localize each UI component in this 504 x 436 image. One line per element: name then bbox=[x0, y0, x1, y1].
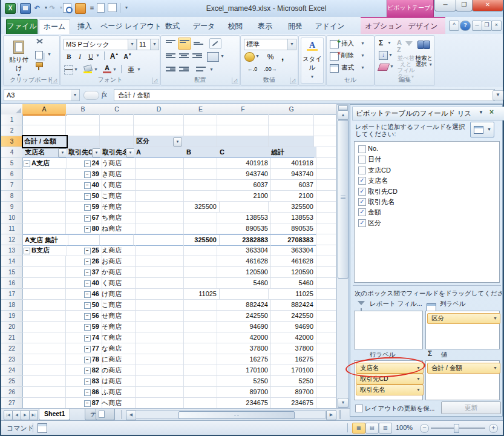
vertical-scrollbar[interactable]: ▲ ▼ bbox=[336, 104, 349, 408]
cell-D25[interactable] bbox=[134, 376, 184, 387]
close-button[interactable]: ✕ bbox=[472, 0, 503, 12]
field-checkbox-日付[interactable] bbox=[358, 156, 366, 164]
cell-F25[interactable]: 5250 bbox=[217, 376, 271, 387]
new-document-icon[interactable] bbox=[97, 3, 105, 13]
cell-A6[interactable] bbox=[22, 169, 66, 180]
minimize-button[interactable]: ─ bbox=[434, 0, 456, 12]
cell-F16[interactable]: 5460 bbox=[217, 278, 271, 289]
row-header-11[interactable]: 11 bbox=[1, 223, 23, 234]
cell-C13[interactable]: え商店 bbox=[100, 245, 136, 256]
percent-icon[interactable]: % bbox=[265, 52, 276, 62]
cell-C2[interactable] bbox=[100, 125, 134, 136]
row-header-8[interactable]: 8 bbox=[1, 191, 23, 202]
cell-D6[interactable] bbox=[134, 169, 184, 180]
cell-B13[interactable]: −25 bbox=[66, 245, 102, 256]
clear-dropdown-icon[interactable]: ▼ bbox=[390, 64, 394, 68]
cell-H7[interactable] bbox=[314, 180, 336, 191]
expand-toggle-icon[interactable]: − bbox=[84, 215, 91, 222]
cell-E7[interactable] bbox=[184, 180, 217, 191]
cell-C8[interactable]: こ商店 bbox=[100, 191, 136, 202]
cell-F21[interactable]: 42000 bbox=[217, 332, 271, 343]
copy-icon[interactable] bbox=[35, 51, 43, 59]
expand-toggle-icon[interactable]: − bbox=[84, 204, 91, 211]
cell-A17[interactable] bbox=[22, 289, 66, 300]
cell-H16[interactable] bbox=[314, 278, 336, 289]
cell-C7[interactable]: く商店 bbox=[100, 180, 136, 191]
cell-D2[interactable] bbox=[134, 125, 184, 136]
cell-A13[interactable]: −B支店 bbox=[22, 245, 67, 256]
expand-toggle-icon[interactable]: − bbox=[84, 160, 91, 167]
expand-toggle-icon[interactable]: − bbox=[84, 313, 91, 320]
delete-cells-icon[interactable]: × bbox=[330, 52, 339, 61]
cell-C20[interactable]: そ商店 bbox=[100, 322, 136, 332]
cell-H25[interactable] bbox=[314, 376, 336, 387]
comma-icon[interactable]: , bbox=[278, 51, 287, 62]
row-header-3[interactable]: 3 bbox=[1, 136, 24, 147]
cell-E13[interactable] bbox=[184, 245, 217, 256]
formula-input[interactable]: 合計 / 金額 bbox=[114, 89, 495, 101]
number-format-select[interactable]: 標準▼ bbox=[244, 39, 296, 50]
column-header-E[interactable]: E bbox=[184, 104, 218, 115]
cell-F13[interactable]: 363304 bbox=[217, 245, 271, 256]
cell-F24[interactable]: 170100 bbox=[217, 365, 271, 376]
cell-H17[interactable] bbox=[314, 289, 336, 300]
cell-D19[interactable] bbox=[134, 311, 184, 322]
align-right-icon[interactable] bbox=[192, 53, 202, 60]
autosum-dropdown-icon[interactable]: ▼ bbox=[387, 41, 391, 45]
cell-B19[interactable]: −56 bbox=[66, 311, 102, 322]
cell-E25[interactable] bbox=[184, 376, 217, 387]
zoom-out-icon[interactable]: − bbox=[420, 424, 429, 433]
cell-H15[interactable] bbox=[314, 267, 336, 278]
workbook-close-icon[interactable]: × bbox=[491, 21, 502, 31]
cell-G10[interactable]: 138553 bbox=[269, 213, 316, 223]
cell-E16[interactable] bbox=[184, 278, 217, 289]
cell-A15[interactable] bbox=[22, 267, 66, 278]
currency-icon[interactable] bbox=[244, 52, 255, 62]
cell-C5[interactable]: う商店 bbox=[100, 158, 136, 169]
cell-A14[interactable] bbox=[22, 256, 66, 267]
alignment-dialog-launcher-icon[interactable]: ◿ bbox=[232, 78, 238, 84]
insert-cells-icon[interactable]: + bbox=[330, 40, 339, 48]
cell-C21[interactable]: て商店 bbox=[100, 332, 136, 343]
font-size-select[interactable]: 11▼ bbox=[137, 39, 159, 50]
zoom-slider-thumb[interactable] bbox=[454, 424, 459, 433]
field-dropdown-icon[interactable]: ▼ bbox=[416, 385, 421, 394]
cell-D15[interactable] bbox=[134, 267, 184, 278]
name-box-dropdown-icon[interactable]: ▼ bbox=[71, 89, 80, 101]
cell-B3[interactable] bbox=[66, 136, 100, 147]
row-header-5[interactable]: 5 bbox=[1, 158, 23, 169]
fill-color-dropdown-icon[interactable]: ▼ bbox=[94, 67, 98, 71]
update-button[interactable]: 更新 bbox=[441, 401, 501, 414]
row-header-19[interactable]: 19 bbox=[1, 311, 23, 322]
cell-A8[interactable] bbox=[22, 191, 66, 202]
row-labels-box[interactable]: 支店名▼取引先CD▼取引先名▼ bbox=[354, 360, 423, 400]
cell-E11[interactable] bbox=[184, 223, 217, 234]
shrink-font-button[interactable]: A▼ bbox=[122, 52, 133, 61]
phonetic-dropdown-icon[interactable]: ▼ bbox=[137, 67, 141, 71]
cell-F11[interactable]: 890535 bbox=[217, 223, 271, 234]
cell-B22[interactable]: −77 bbox=[66, 343, 102, 354]
cell-G3[interactable] bbox=[269, 136, 314, 147]
tab-挿入[interactable]: 挿入 bbox=[71, 19, 98, 34]
cell-H24[interactable] bbox=[314, 365, 336, 376]
cell-A12[interactable]: A支店 集計 bbox=[22, 234, 68, 246]
cell-E14[interactable] bbox=[184, 256, 217, 267]
styles-button[interactable]: A スタイル ▼ bbox=[301, 38, 324, 84]
align-left-icon[interactable] bbox=[166, 53, 175, 60]
clear-icon[interactable] bbox=[378, 64, 390, 71]
cell-H21[interactable] bbox=[314, 332, 336, 343]
cell-C3[interactable] bbox=[100, 136, 134, 147]
cell-E20[interactable] bbox=[184, 322, 217, 332]
cell-B27[interactable]: −87 bbox=[66, 398, 102, 408]
grow-font-button[interactable]: A▲ bbox=[109, 51, 120, 61]
cell-A7[interactable] bbox=[22, 180, 66, 191]
cell-E27[interactable] bbox=[184, 398, 217, 408]
cell-C19[interactable]: せ商店 bbox=[100, 311, 136, 322]
cell-F20[interactable]: 94690 bbox=[217, 322, 271, 332]
expand-toggle-icon[interactable]: − bbox=[84, 226, 91, 233]
cell-G6[interactable]: 943740 bbox=[269, 169, 316, 180]
cell-D5[interactable] bbox=[134, 158, 184, 169]
cell-D11[interactable] bbox=[134, 223, 184, 234]
delete-dropdown-icon[interactable]: ▼ bbox=[361, 53, 365, 58]
undo-icon[interactable]: ↶ bbox=[32, 3, 42, 13]
